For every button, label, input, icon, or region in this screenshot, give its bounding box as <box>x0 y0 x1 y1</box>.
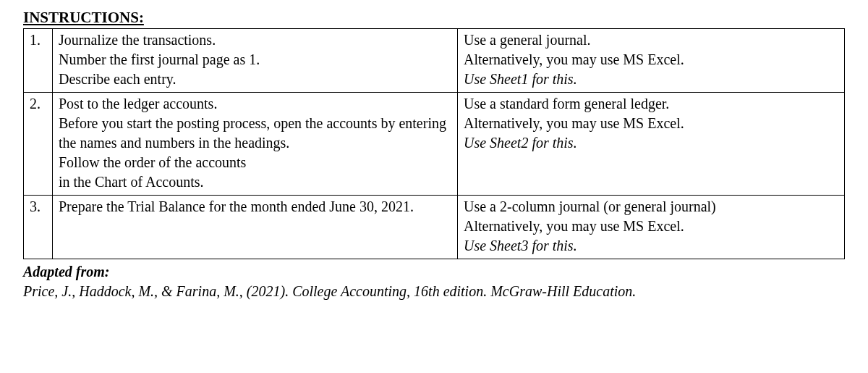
row-number: 3. <box>24 196 53 259</box>
table-row: 3. Prepare the Trial Balance for the mon… <box>24 196 845 259</box>
task-cell: Journalize the transactions. Number the … <box>53 29 458 93</box>
method-text: Use a 2-column journal (or general journ… <box>464 198 716 214</box>
table-row: 1. Journalize the transactions. Number t… <box>24 29 845 93</box>
method-note-italic: Use Sheet3 for this. <box>464 238 577 253</box>
task-text: Number the first journal page as 1. <box>59 51 260 67</box>
task-cell: Post to the ledger accounts. Before you … <box>53 93 458 196</box>
method-text: Use a general journal. <box>464 32 590 48</box>
method-note-italic: Use Sheet1 for this. <box>464 71 577 87</box>
task-text: Journalize the transactions. <box>59 32 216 48</box>
task-text: Follow the order of the accounts <box>59 154 246 170</box>
method-text: Alternatively, you may use MS Excel. <box>464 115 684 131</box>
method-text: Alternatively, you may use MS Excel. <box>464 51 684 67</box>
method-note-italic: Use Sheet2 for this. <box>464 135 577 151</box>
adapted-from-label: Adapted from: <box>23 264 109 280</box>
citation-text: Price, J., Haddock, M., & Farina, M., (2… <box>23 283 636 299</box>
instructions-heading: INSTRUCTIONS: <box>23 9 845 27</box>
task-text: in the Chart of Accounts. <box>59 174 204 190</box>
table-row: 2. Post to the ledger accounts. Before y… <box>24 93 845 196</box>
method-cell: Use a general journal. Alternatively, yo… <box>458 29 845 93</box>
task-text: Before you start the posting process, op… <box>59 115 446 151</box>
task-text: Prepare the Trial Balance for the month … <box>59 198 414 214</box>
task-cell: Prepare the Trial Balance for the month … <box>53 196 458 259</box>
row-number: 1. <box>24 29 53 93</box>
source-footer: Adapted from: Price, J., Haddock, M., & … <box>23 262 845 301</box>
task-text: Post to the ledger accounts. <box>59 96 217 112</box>
method-text: Use a standard form general ledger. <box>464 96 669 112</box>
row-number: 2. <box>24 93 53 196</box>
method-cell: Use a 2-column journal (or general journ… <box>458 196 845 259</box>
instructions-table: 1. Journalize the transactions. Number t… <box>23 28 845 259</box>
method-cell: Use a standard form general ledger. Alte… <box>458 93 845 196</box>
task-text: Describe each entry. <box>59 71 176 87</box>
method-text: Alternatively, you may use MS Excel. <box>464 218 684 234</box>
